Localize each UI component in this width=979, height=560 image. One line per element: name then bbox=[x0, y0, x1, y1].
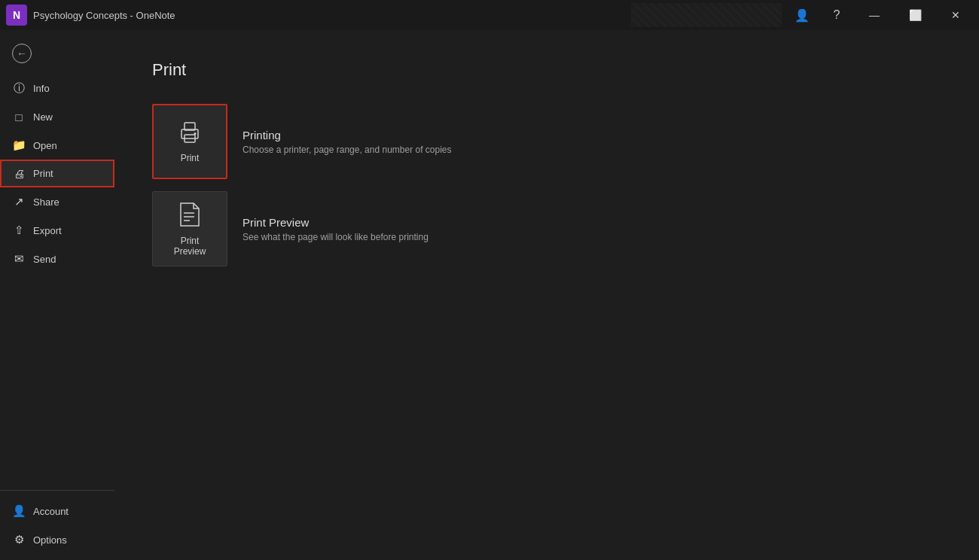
app-body: ← ⓘ Info □ New 📁 Open 🖨 Print ↗ Share ⇧ … bbox=[0, 30, 979, 560]
maximize-button[interactable]: ⬜ bbox=[898, 3, 932, 27]
sidebar-item-info[interactable]: ⓘ Info bbox=[0, 74, 114, 103]
back-circle-icon: ← bbox=[12, 44, 32, 63]
sidebar-item-share[interactable]: ↗ Share bbox=[0, 187, 114, 216]
sidebar-item-account[interactable]: 👤 Account bbox=[0, 497, 114, 525]
onenote-logo: N bbox=[6, 5, 27, 26]
print-option-desc: Printing Choose a printer, page range, a… bbox=[242, 129, 452, 155]
print-icon: 🖨 bbox=[12, 167, 26, 180]
title-bar-left: N Psychology Concepts - OneNote bbox=[6, 5, 175, 26]
persona-button[interactable]: 👤 bbox=[788, 3, 816, 27]
sidebar-item-send[interactable]: ✉ Send bbox=[0, 245, 114, 273]
print-option-heading: Printing bbox=[242, 129, 452, 142]
main-area: Print Print bbox=[114, 30, 979, 560]
sidebar-bottom: 👤 Account ⚙ Options bbox=[0, 490, 114, 554]
share-icon: ↗ bbox=[12, 195, 26, 208]
account-icon: 👤 bbox=[12, 504, 26, 518]
print-preview-option-heading: Print Preview bbox=[242, 216, 429, 229]
open-icon: 📁 bbox=[12, 138, 26, 152]
svg-point-3 bbox=[194, 132, 197, 135]
options-icon: ⚙ bbox=[12, 533, 26, 546]
title-bar: N Psychology Concepts - OneNote 👤 ? — ⬜ … bbox=[0, 0, 979, 30]
sidebar-item-export[interactable]: ⇧ Export bbox=[0, 216, 114, 245]
help-button[interactable]: ? bbox=[822, 3, 851, 27]
print-preview-button[interactable]: PrintPreview bbox=[152, 191, 227, 266]
info-icon: ⓘ bbox=[12, 81, 26, 96]
print-preview-card-label: PrintPreview bbox=[174, 236, 206, 257]
print-option-description: Choose a printer, page range, and number… bbox=[242, 145, 452, 155]
sidebar-item-open[interactable]: 📁 Open bbox=[0, 131, 114, 160]
decorative-pattern bbox=[631, 3, 782, 27]
app-title: Psychology Concepts - OneNote bbox=[33, 10, 175, 21]
titlebar-actions: 👤 ? — ⬜ ✕ bbox=[631, 3, 973, 27]
sidebar-item-options[interactable]: ⚙ Options bbox=[0, 525, 114, 554]
send-icon: ✉ bbox=[12, 252, 26, 266]
back-button[interactable]: ← bbox=[0, 36, 114, 71]
sidebar-item-print[interactable]: 🖨 Print bbox=[0, 160, 114, 187]
print-preview-option-desc: Print Preview See what the page will loo… bbox=[242, 216, 429, 242]
print-card-label: Print bbox=[181, 153, 200, 163]
new-icon: □ bbox=[12, 111, 26, 123]
sidebar-item-new[interactable]: □ New bbox=[0, 103, 114, 131]
export-icon: ⇧ bbox=[12, 224, 26, 237]
page-title: Print bbox=[152, 60, 941, 80]
print-option-card: Print Printing Choose a printer, page ra… bbox=[152, 104, 941, 179]
print-card-icon bbox=[178, 120, 202, 147]
print-button[interactable]: Print bbox=[152, 104, 227, 179]
sidebar: ← ⓘ Info □ New 📁 Open 🖨 Print ↗ Share ⇧ … bbox=[0, 30, 114, 560]
print-preview-card-icon bbox=[179, 202, 200, 230]
close-button[interactable]: ✕ bbox=[938, 3, 973, 27]
minimize-button[interactable]: — bbox=[857, 3, 892, 27]
print-preview-option-description: See what the page will look like before … bbox=[242, 232, 429, 242]
print-preview-option-card: PrintPreview Print Preview See what the … bbox=[152, 191, 941, 266]
